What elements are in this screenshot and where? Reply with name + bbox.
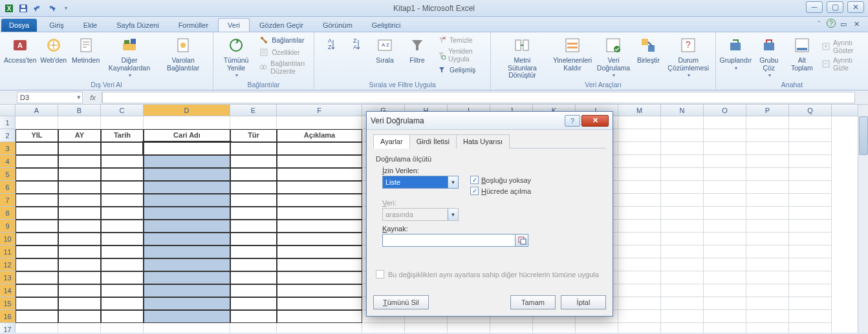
- cell[interactable]: [618, 155, 661, 168]
- cell[interactable]: [58, 207, 101, 220]
- range-picker-icon[interactable]: [515, 235, 528, 246]
- incell-dropdown-checkbox[interactable]: ✓Hücrede açılmaHücrede açılma: [470, 187, 531, 195]
- row-header[interactable]: 16: [0, 310, 16, 323]
- close-button[interactable]: ✕: [847, 1, 864, 13]
- row-header[interactable]: 1: [0, 116, 16, 129]
- cell[interactable]: [448, 323, 490, 333]
- cell[interactable]: [704, 207, 746, 220]
- cell[interactable]: [101, 181, 144, 194]
- column-header[interactable]: P: [746, 105, 789, 116]
- cell[interactable]: [277, 142, 362, 155]
- cell[interactable]: [746, 116, 789, 129]
- ribbon-tab-ekle[interactable]: Ekle: [74, 18, 107, 32]
- cell[interactable]: [661, 168, 704, 181]
- sort-za-button[interactable]: ZA: [345, 34, 367, 57]
- cell[interactable]: [704, 258, 746, 271]
- cell[interactable]: [704, 245, 746, 258]
- cell[interactable]: Tür: [230, 129, 277, 142]
- column-header[interactable]: A: [16, 105, 58, 116]
- minimize-ribbon-icon[interactable]: ˆ: [814, 19, 824, 29]
- cell[interactable]: [16, 116, 58, 129]
- cell[interactable]: [789, 207, 832, 220]
- cell[interactable]: [101, 297, 144, 310]
- from-access-button[interactable]: AAccess'ten: [5, 34, 36, 66]
- chevron-down-icon[interactable]: ▼: [448, 176, 458, 188]
- cell[interactable]: [789, 271, 832, 284]
- cell[interactable]: [230, 245, 277, 258]
- excel-icon[interactable]: X: [3, 2, 16, 15]
- cell[interactable]: [490, 323, 533, 333]
- dialog-tab[interactable]: Hata Uyarısı: [456, 134, 510, 149]
- cell[interactable]: [101, 194, 144, 207]
- cell[interactable]: [230, 194, 277, 207]
- cell[interactable]: [230, 258, 277, 271]
- cell[interactable]: [746, 245, 789, 258]
- help-icon[interactable]: ?: [827, 19, 836, 28]
- cell[interactable]: [789, 310, 832, 323]
- window-options-icon[interactable]: ▭: [838, 19, 849, 29]
- cell[interactable]: [746, 220, 789, 233]
- formula-input[interactable]: [102, 92, 855, 103]
- cell[interactable]: [277, 116, 362, 129]
- cell[interactable]: [144, 297, 230, 310]
- undo-icon[interactable]: [31, 2, 44, 15]
- cell[interactable]: [101, 310, 144, 323]
- cell[interactable]: [618, 181, 661, 194]
- column-header[interactable]: E: [230, 105, 277, 116]
- cell[interactable]: [661, 258, 704, 271]
- cell[interactable]: [58, 142, 101, 155]
- cell[interactable]: Cari Adı: [144, 129, 230, 142]
- cell[interactable]: [746, 207, 789, 220]
- cell[interactable]: [661, 142, 704, 155]
- cell[interactable]: [277, 168, 362, 181]
- cell[interactable]: [58, 323, 101, 333]
- row-header[interactable]: 7: [0, 194, 16, 207]
- group-button[interactable]: Gruplandır: [721, 34, 750, 72]
- cell[interactable]: [661, 220, 704, 233]
- consolidate-button[interactable]: Birleştir: [634, 34, 662, 66]
- cell[interactable]: [230, 142, 277, 155]
- minimize-button[interactable]: ─: [806, 1, 823, 13]
- cell[interactable]: [746, 129, 789, 142]
- cell[interactable]: [277, 323, 362, 333]
- dialog-titlebar[interactable]: Veri Doğrulama ? ✕: [367, 112, 613, 130]
- cell[interactable]: [789, 194, 832, 207]
- cell[interactable]: [230, 284, 277, 297]
- ok-button[interactable]: Tamam: [510, 295, 556, 309]
- cell[interactable]: [704, 297, 746, 310]
- cell[interactable]: [746, 142, 789, 155]
- ribbon-tab-gözden geçir[interactable]: Gözden Geçir: [250, 18, 313, 32]
- cell[interactable]: [144, 271, 230, 284]
- cell[interactable]: [704, 116, 746, 129]
- filter-button[interactable]: Filtre: [403, 34, 431, 66]
- cell[interactable]: [144, 245, 230, 258]
- row-header[interactable]: 5: [0, 168, 16, 181]
- cell[interactable]: [746, 271, 789, 284]
- cell[interactable]: [58, 271, 101, 284]
- cell[interactable]: [277, 220, 362, 233]
- cell[interactable]: [661, 297, 704, 310]
- dialog-tab[interactable]: Girdi İletisi: [409, 134, 457, 149]
- cell[interactable]: [789, 142, 832, 155]
- row-header[interactable]: 9: [0, 220, 16, 233]
- cell[interactable]: [704, 323, 746, 333]
- file-tab[interactable]: Dosya: [1, 19, 37, 32]
- cell[interactable]: [144, 168, 230, 181]
- cell[interactable]: [277, 297, 362, 310]
- cell[interactable]: [618, 129, 661, 142]
- sort-az-button[interactable]: AZ: [320, 34, 341, 57]
- qat-customize-icon[interactable]: ▾: [60, 2, 72, 15]
- cell[interactable]: [618, 323, 661, 333]
- ribbon-tab-veri[interactable]: Veri: [218, 18, 250, 32]
- cell[interactable]: [789, 155, 832, 168]
- data-validation-button[interactable]: Veri Doğrulama: [597, 34, 631, 80]
- advanced-filter-button[interactable]: Gelişmiş: [435, 64, 485, 76]
- cell[interactable]: YIL: [16, 129, 58, 142]
- cell[interactable]: [704, 155, 746, 168]
- cell[interactable]: [101, 233, 144, 245]
- cell[interactable]: [618, 168, 661, 181]
- cell[interactable]: [16, 245, 58, 258]
- column-header[interactable]: B: [58, 105, 101, 116]
- cell[interactable]: [746, 323, 789, 333]
- allow-dropdown[interactable]: Liste ▼: [382, 176, 459, 189]
